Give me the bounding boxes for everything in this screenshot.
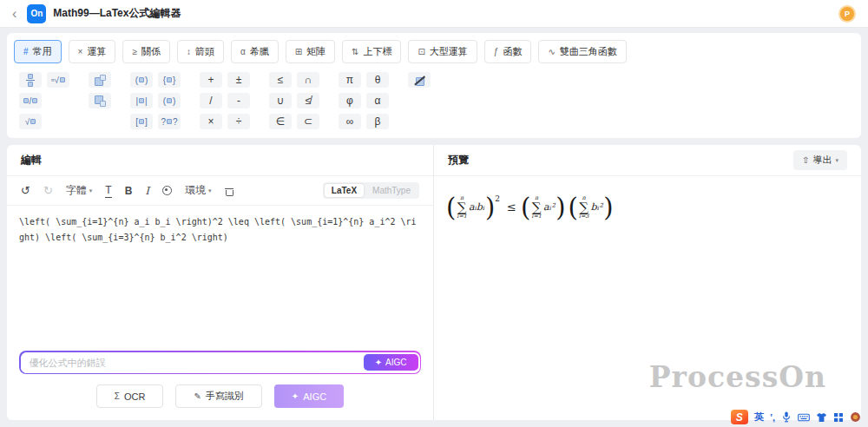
superscript-icon[interactable] bbox=[89, 72, 111, 88]
keyboard-icon[interactable] bbox=[798, 412, 810, 423]
ai-input-border: ✦AIGC bbox=[19, 351, 421, 374]
intersection-symbol[interactable]: ∩ bbox=[297, 72, 319, 88]
mathtype-toggle[interactable]: MathType bbox=[365, 184, 418, 197]
sum-block: n ∑ i=1 bbox=[531, 195, 542, 219]
bracket-left: [ bbox=[135, 117, 138, 127]
times-symbol[interactable]: × bbox=[200, 114, 222, 129]
sogou-logo-icon[interactable]: S bbox=[731, 410, 748, 424]
plus-minus-symbol[interactable]: ± bbox=[227, 72, 250, 88]
not-leq-symbol[interactable]: ≰ bbox=[297, 93, 319, 108]
aigc-label: AIGC bbox=[303, 391, 326, 402]
tab-hyperbolic-trig[interactable]: ∿雙曲三角函數 bbox=[538, 40, 626, 63]
top-bar: ‹ On Math99—LaTex公式編輯器 P bbox=[0, 0, 868, 28]
color-icon[interactable] bbox=[162, 186, 172, 195]
tab-operations[interactable]: ×運算 bbox=[69, 40, 116, 63]
ocr-label: OCR bbox=[124, 391, 145, 402]
alpha-icon: α bbox=[240, 47, 246, 56]
text-format-button[interactable]: T bbox=[105, 184, 111, 198]
round-bracket-icon[interactable]: () bbox=[158, 93, 181, 108]
export-button[interactable]: ⇧ 導出 ▾ bbox=[793, 150, 847, 170]
aigc-button[interactable]: ✦AIGC bbox=[274, 384, 344, 408]
redo-icon[interactable]: ↻ bbox=[43, 185, 53, 196]
tab-large-operators[interactable]: ⊡大型運算 bbox=[408, 40, 477, 63]
ai-input-row: ✦AIGC bbox=[19, 351, 421, 374]
tab-label: 上下標 bbox=[363, 45, 391, 58]
leq-symbol[interactable]: ≤ bbox=[269, 72, 292, 88]
cancel-icon[interactable] bbox=[408, 72, 431, 88]
plus-symbol[interactable]: + bbox=[200, 72, 222, 88]
ime-punctuation-toggle[interactable]: ’, bbox=[770, 412, 775, 423]
divide-symbol[interactable]: ÷ bbox=[227, 114, 250, 129]
ime-settings-icon[interactable] bbox=[850, 411, 861, 423]
app-logo: On bbox=[27, 4, 46, 23]
tab-label: 箭頭 bbox=[195, 45, 214, 58]
boxed-dot-icon: ⊡ bbox=[418, 47, 424, 56]
sqrt-icon[interactable]: √ bbox=[19, 114, 42, 129]
tab-greek[interactable]: α希臘 bbox=[231, 40, 279, 63]
infinity-symbol[interactable]: ∞ bbox=[339, 114, 361, 129]
sum-lower: i=1 bbox=[531, 214, 542, 220]
bold-button[interactable]: B bbox=[125, 185, 133, 197]
tab-arrows[interactable]: ↕箭頭 bbox=[177, 40, 224, 63]
bracket-right: ? bbox=[173, 117, 178, 127]
sum-lower: i=3 bbox=[579, 214, 589, 220]
element-of-symbol[interactable]: ∈ bbox=[269, 114, 292, 129]
theta-symbol[interactable]: θ bbox=[366, 72, 389, 88]
nth-root-icon[interactable]: ⁿ√ bbox=[47, 72, 69, 88]
handwriting-button[interactable]: ✎手寫識別 bbox=[175, 384, 261, 408]
bracket-left: ( bbox=[163, 96, 166, 106]
fraction-icon[interactable] bbox=[19, 72, 42, 88]
nth-root-glyph: ⁿ√ bbox=[51, 76, 65, 85]
avatar[interactable]: P bbox=[838, 5, 856, 23]
abs-icon[interactable]: || bbox=[130, 93, 153, 108]
ai-prompt-input[interactable] bbox=[21, 352, 362, 373]
tab-relations[interactable]: ≥關係 bbox=[122, 40, 170, 63]
tab-functions[interactable]: ƒ函數 bbox=[484, 40, 532, 63]
phi-symbol[interactable]: φ bbox=[339, 93, 361, 108]
italic-button[interactable]: I bbox=[145, 185, 149, 197]
page-title: Math99—LaTex公式編輯器 bbox=[53, 6, 181, 21]
toolbox-grid-icon[interactable] bbox=[833, 412, 844, 423]
multiply-icon: × bbox=[78, 47, 83, 56]
ime-language-toggle[interactable]: 英 bbox=[754, 411, 764, 424]
tab-matrix[interactable]: ⊞矩陣 bbox=[286, 40, 335, 63]
slash-symbol[interactable]: / bbox=[200, 93, 222, 108]
sum-body: aᵢ² bbox=[543, 201, 555, 213]
tab-subsuperscript[interactable]: ⇅上下標 bbox=[342, 40, 401, 63]
undo-icon[interactable]: ↺ bbox=[21, 185, 30, 196]
squared-exponent: 2 bbox=[495, 194, 500, 203]
tab-common[interactable]: #常用 bbox=[14, 40, 62, 63]
ocr-button[interactable]: ΣOCR bbox=[96, 384, 164, 408]
alpha-symbol[interactable]: α bbox=[366, 93, 389, 108]
bracket-right: | bbox=[145, 96, 148, 106]
microphone-icon[interactable] bbox=[781, 411, 792, 423]
beta-symbol[interactable]: β bbox=[366, 114, 389, 129]
bracket-left: ? bbox=[161, 117, 166, 127]
environment-dropdown[interactable]: 環境▾ bbox=[185, 183, 212, 198]
diagonal-fraction-icon[interactable]: / bbox=[19, 93, 42, 108]
pi-symbol[interactable]: π bbox=[339, 72, 361, 88]
group-cancel bbox=[408, 72, 431, 88]
question-bracket-icon[interactable]: ?? bbox=[158, 114, 181, 129]
left-paren: ( bbox=[446, 195, 456, 219]
grid-icon: ⊞ bbox=[295, 47, 302, 56]
square-bracket-icon[interactable]: [] bbox=[130, 114, 153, 129]
subset-symbol[interactable]: ⊂ bbox=[297, 114, 319, 129]
braces-icon[interactable]: {} bbox=[158, 72, 181, 88]
updown-arrow-icon: ↕ bbox=[187, 47, 191, 56]
latex-code-editor[interactable]: \left( \sum_{i=1}^{n} a_i b_i \right)^2 … bbox=[7, 206, 433, 351]
font-dropdown[interactable]: 字體▾ bbox=[66, 183, 93, 198]
aigc-inline-button[interactable]: ✦AIGC bbox=[364, 354, 418, 371]
right-paren: ) bbox=[603, 195, 613, 219]
back-icon[interactable]: ‹ bbox=[12, 7, 16, 21]
sum-block: n ∑ i=1 bbox=[457, 195, 467, 219]
export-label: 導出 bbox=[812, 154, 832, 167]
minus-symbol[interactable]: - bbox=[227, 93, 250, 108]
latex-toggle[interactable]: LaTeX bbox=[325, 184, 364, 197]
parentheses-icon[interactable]: () bbox=[130, 72, 153, 88]
trash-icon[interactable] bbox=[225, 186, 233, 195]
subscript-icon[interactable] bbox=[89, 93, 111, 108]
union-symbol[interactable]: ∪ bbox=[269, 93, 292, 108]
environment-label: 環境 bbox=[185, 183, 206, 198]
skin-shirt-icon[interactable] bbox=[816, 412, 827, 423]
